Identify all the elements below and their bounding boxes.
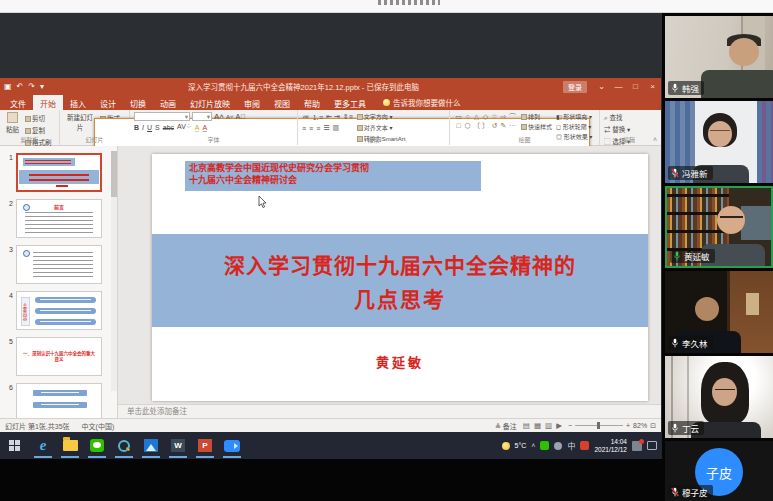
strikethrough-button[interactable]: abc [163,124,174,131]
qat-customize-icon[interactable]: ▾ [40,82,44,91]
reading-view-icon[interactable]: ▥ [545,421,552,430]
tab-animations[interactable]: 动画 [153,95,183,110]
tab-more-tools[interactable]: 更多工具 [327,95,373,110]
minimize-button[interactable]: — [610,78,627,95]
save-icon[interactable]: ▣ [4,82,12,91]
login-button[interactable]: 登录 [563,81,587,93]
tab-transitions[interactable]: 切换 [123,95,153,110]
thumbnail-slide-3[interactable] [16,245,102,284]
taskbar-powerpoint[interactable]: P [194,432,216,459]
slide-header-box[interactable]: 北京高教学会中国近现代史研究分会学习贯彻 十九届六中全会精神研讨会 [185,161,481,191]
columns-icon[interactable]: ▥ [333,124,340,132]
taskbar-photos[interactable] [140,432,162,459]
taskbar-search-app[interactable] [113,432,135,459]
tab-help[interactable]: 帮助 [297,95,327,110]
slide-sorter-icon[interactable]: ▦ [534,421,541,430]
ribbon-display-icon[interactable]: ⌄ [593,78,610,95]
zoom-knob[interactable] [597,422,600,429]
start-button[interactable] [0,432,28,459]
highlight-icon[interactable]: A̲ [195,124,200,131]
tab-insert[interactable]: 插入 [63,95,93,110]
restore-button[interactable]: □ [627,78,644,95]
tab-review[interactable]: 审阅 [237,95,267,110]
tab-view[interactable]: 视图 [267,95,297,110]
ime-icon[interactable]: 中 [567,440,575,451]
participant-tile[interactable]: 冯雅新 [665,101,773,183]
shadow-button[interactable]: S [155,124,160,131]
tab-file[interactable]: 文件 [3,95,33,110]
grow-font-icon[interactable]: A˄ [214,112,224,121]
zoom-slider[interactable] [575,425,623,426]
taskbar-clock[interactable]: 14:04 2021/12/12 [594,438,627,453]
language-status[interactable]: 中文(中国) [82,421,115,431]
shrink-font-icon[interactable]: A˅ [226,114,234,120]
font-name-box[interactable]: ▾ [134,112,190,121]
font-size-box[interactable]: ▾ [192,112,212,121]
tab-home[interactable]: 开始 [33,95,63,110]
char-spacing-icon[interactable]: AV⁘ [177,123,192,131]
find-button[interactable]: ⌕ 查找 [604,112,630,122]
thumbnail-slide-4[interactable]: 主要内容 [16,291,102,330]
thumbnail-slide-1[interactable] [16,153,102,192]
participant-tile-active-speaker[interactable]: 黄延敏 [665,186,773,268]
zoom-percentage[interactable]: 82% [633,422,647,429]
shapes-gallery[interactable]: ▭○△◇☆⇨⌒ □⬡〔〕↺✎⋯ [454,112,517,130]
notification-badge-icon[interactable] [632,441,642,451]
text-direction-button[interactable]: 文字方向 ▾ [357,112,406,121]
taskbar-ie[interactable]: e [32,432,54,459]
zoom-out-button[interactable]: − [568,422,572,429]
tab-design[interactable]: 设计 [93,95,123,110]
new-slide-button[interactable]: 新建幻灯片 [64,112,96,132]
align-right-icon[interactable]: ≡ [316,125,320,132]
align-left-icon[interactable]: ≡ [302,125,306,132]
italic-button[interactable]: I [142,124,144,131]
thumbnail-slide-5[interactable]: 一、深刻认识十九届六中全会的重大意义 [16,337,102,376]
thumbnail-slide-6[interactable] [16,383,102,418]
replace-button[interactable]: ⇄ 替换 ▾ [604,124,630,134]
tray-red-icon[interactable] [580,441,589,450]
cut-button[interactable]: 剪切 [25,113,52,123]
weather-temperature[interactable]: 5°C [515,442,527,449]
taskbar-wechat[interactable] [86,432,108,459]
align-center-icon[interactable]: ≡ [309,125,313,132]
paste-button[interactable]: 粘贴 [4,112,21,134]
copy-button[interactable]: 复制 [25,125,52,135]
justify-icon[interactable]: ☰ [323,124,329,132]
shape-outline-button[interactable]: ◻ 形状轮廓 ▾ [556,122,592,131]
participant-tile[interactable]: 李久林 [665,271,773,353]
tab-slideshow[interactable]: 幻灯片放映 [183,95,237,110]
slide-title-box[interactable]: 深入学习贯彻十九届六中全会精神的 几点思考 [152,234,648,327]
thumbnail-scrollbar[interactable] [111,151,117,391]
action-center-icon[interactable] [647,441,657,450]
undo-icon[interactable]: ↶ [17,82,24,91]
fit-to-window-icon[interactable]: ⊡ [650,422,656,430]
scrollbar-thumb[interactable] [111,151,117,197]
line-spacing-icon[interactable]: ⇕≡ [343,113,353,121]
participant-tile[interactable]: 韩强 [665,16,773,98]
numbering-icon[interactable]: ⒈≡ [312,112,323,122]
quick-styles-button[interactable]: 快速样式 [521,122,552,131]
weather-sun-icon[interactable] [502,442,510,450]
font-color-icon[interactable]: A̲ [202,124,207,131]
tray-icon[interactable] [554,442,562,450]
taskbar-word[interactable]: W [167,432,189,459]
wechat-tray-icon[interactable] [540,441,549,450]
thumbnail-slide-2[interactable]: 前言 [16,199,102,238]
tell-me-box[interactable]: 告诉我你想要做什么 [383,95,461,110]
notes-pane[interactable]: 单击此处添加备注 [118,404,661,418]
shape-fill-button[interactable]: ◧ 形状填充 ▾ [556,112,592,121]
clear-format-icon[interactable]: A⃠ [236,113,246,120]
align-text-button[interactable]: 对齐文本 ▾ [357,123,406,132]
collapse-ribbon-icon[interactable]: ˄ [653,136,657,143]
participant-tile[interactable]: 子皮 穆子皮 [665,441,773,501]
taskbar-meeting-app[interactable] [221,432,243,459]
zoom-in-button[interactable]: + [626,422,630,429]
taskbar-explorer[interactable] [59,432,81,459]
close-button[interactable]: × [644,78,661,95]
slideshow-icon[interactable]: ▶ [556,421,562,430]
bullets-icon[interactable]: ≔ [302,113,309,121]
participant-tile[interactable]: 丁云 [665,356,773,438]
arrange-button[interactable]: 排列 [521,112,552,121]
redo-icon[interactable]: ↷ [28,82,35,91]
underline-button[interactable]: U [147,124,152,131]
